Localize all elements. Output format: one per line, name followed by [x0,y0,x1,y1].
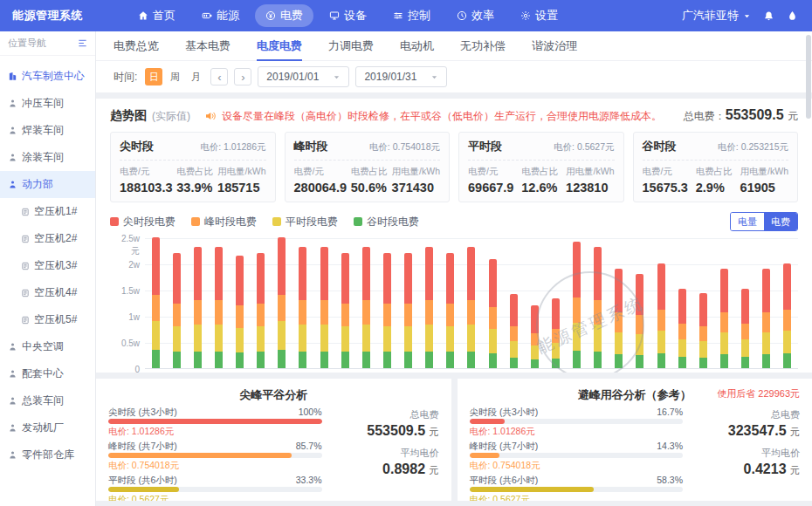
bar-column-01-13[interactable] [398,237,419,368]
next-period-button[interactable]: › [234,68,251,85]
bar-column-01-25[interactable] [650,237,671,368]
bar-column-01-07[interactable] [272,237,292,368]
sidebar-item-2[interactable]: 焊装车间 [0,117,95,144]
x-tick-label: 01-13 [396,372,419,373]
bar-column-01-22[interactable] [588,237,609,368]
bell-icon[interactable] [763,10,774,22]
scrollbar-thumb[interactable] [806,35,811,119]
collapse-sidebar-icon[interactable] [78,38,87,48]
bar-column-01-30[interactable] [756,237,777,368]
tab-0[interactable]: 电费总览 [114,31,159,61]
bar-column-01-01[interactable] [145,237,166,368]
company-name: 广汽菲亚特 [682,8,739,24]
bar-column-01-06[interactable] [251,237,272,368]
stacked-bar [257,253,265,368]
legend-item-1[interactable]: 峰时段电费 [191,215,257,229]
nav-item-device[interactable]: 设备 [319,4,377,27]
bar-column-01-31[interactable] [777,237,798,368]
fee-value: 188103.3 [120,181,172,195]
bar-column-01-17[interactable] [482,237,503,368]
sidebar-item-1[interactable]: 冲压车间 [0,90,95,117]
bar-column-01-12[interactable] [376,237,397,368]
mode-month-button[interactable]: 月 [187,68,204,85]
bar-column-01-15[interactable] [440,237,461,368]
end-date-select[interactable]: 2019/01/31 [355,66,447,87]
company-menu[interactable]: 广汽菲亚特 [682,8,751,24]
bar-column-01-29[interactable] [735,237,756,368]
bar-column-01-03[interactable] [187,237,208,368]
start-date-select[interactable]: 2019/01/01 [258,66,349,87]
sidebar-item-7[interactable]: 空压机3# [0,252,95,279]
tab-2[interactable]: 电度电费 [257,31,302,61]
sidebar-item-14[interactable]: 零件部仓库 [0,441,95,468]
nav-item-efficiency[interactable]: 效率 [446,4,505,27]
nav-item-control[interactable]: 控制 [382,4,441,27]
analysis-row-line: 峰时段 (共7小时)85.7% [108,441,322,451]
period-percent: 16.7% [657,407,683,417]
workshop-icon [8,396,17,406]
bar-column-01-26[interactable] [671,237,692,368]
sidebar-item-11[interactable]: 配套中心 [0,360,95,387]
bar-column-01-23[interactable] [609,237,630,368]
bar-segment [594,300,602,325]
scrollbar[interactable] [806,35,811,503]
bar-column-01-09[interactable] [313,237,334,368]
legend-item-3[interactable]: 谷时段电费 [354,215,419,229]
bar-column-01-05[interactable] [230,237,251,368]
sidebar-item-5[interactable]: 空压机1# [0,198,95,225]
bar-column-01-20[interactable] [545,237,566,368]
bar-segment [404,304,412,326]
toggle-fee-button[interactable]: 电费 [764,213,797,230]
progress-bar [108,487,322,492]
ratio-value: 33.9% [176,181,213,195]
sidebar-item-8[interactable]: 空压机4# [0,279,95,306]
bar-column-01-21[interactable] [567,237,588,368]
bar-column-01-11[interactable] [355,237,376,368]
prev-period-button[interactable]: ‹ [210,68,228,85]
bar-column-01-08[interactable] [292,237,313,368]
bar-column-01-28[interactable] [713,237,734,368]
analysis-card-left: 尖峰平谷分析尖时段 (共3小时)100%电价: 1.01286元峰时段 (共7小… [96,379,451,501]
sidebar-item-9[interactable]: 空压机5# [0,306,95,333]
nav-item-fee[interactable]: 电费 [255,4,313,27]
chevron-down-icon [430,73,438,81]
sidebar-item-3[interactable]: 涂装车间 [0,144,95,171]
sidebar-item-10[interactable]: 中央空调 [0,333,95,360]
tab-6[interactable]: 谐波治理 [532,31,577,61]
toggle-energy-button[interactable]: 电量 [731,213,764,230]
period-stats: 电费/元280064.9电费占比50.6%用电量/kWh371430 [294,166,441,195]
mode-week-button[interactable]: 周 [166,68,183,85]
tab-3[interactable]: 力调电费 [328,31,374,61]
analysis-row-line: 峰时段 (共7小时)14.3% [470,441,684,451]
bar-column-01-14[interactable] [419,237,440,368]
nav-item-energy[interactable]: 能源 [191,4,250,27]
bar-column-01-04[interactable] [208,237,229,368]
progress-bar [108,419,322,424]
bar-column-01-10[interactable] [334,237,355,368]
tab-1[interactable]: 基本电费 [185,31,231,61]
bar-segment [341,304,349,326]
water-drop-icon[interactable] [787,10,798,22]
bar-column-01-16[interactable] [461,237,482,368]
legend-color-chip [191,217,200,226]
legend-item-0[interactable]: 尖时段电费 [110,215,175,229]
bar-column-01-02[interactable] [166,237,187,368]
nav-item-home[interactable]: 首页 [127,4,186,27]
bar-column-01-27[interactable] [692,237,713,368]
y-tick-label: 1.5w [110,286,140,296]
tab-4[interactable]: 电动机 [400,31,434,61]
tab-5[interactable]: 无功补偿 [460,31,506,61]
sidebar-item-6[interactable]: 空压机2# [0,225,95,252]
mode-day-button[interactable]: 日 [145,68,162,85]
sidebar-item-13[interactable]: 发动机厂 [0,414,95,441]
bar-column-01-19[interactable] [524,237,545,368]
x-tick-label: 01-31 [775,372,798,373]
sidebar-item-0[interactable]: 汽车制造中心 [0,63,95,90]
sidebar-item-4[interactable]: 动力部 [0,171,95,198]
sidebar-item-12[interactable]: 总装车间 [0,387,95,414]
legend-item-2[interactable]: 平时段电费 [272,215,338,229]
nav-item-settings[interactable]: 设置 [510,4,568,27]
bar-column-01-24[interactable] [630,237,650,368]
x-tick-label [546,372,566,373]
bar-column-01-18[interactable] [503,237,524,368]
